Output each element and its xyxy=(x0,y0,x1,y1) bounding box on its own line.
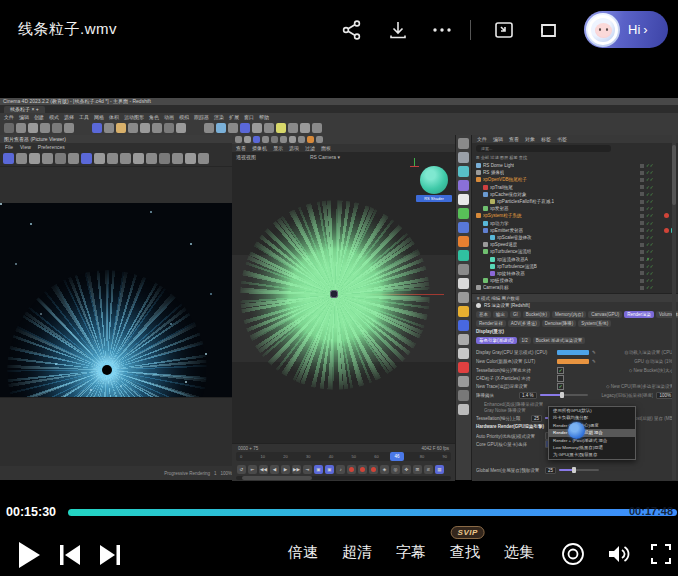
visibility-checks[interactable]: ✓✓ xyxy=(646,264,662,269)
tool-icon[interactable] xyxy=(458,236,469,247)
material-preview-sphere[interactable] xyxy=(420,166,448,194)
dropdown-option[interactable]: 使用所有GPU(默认) xyxy=(549,407,635,414)
object-tree-row[interactable]: RS Dome Light ✓✓ xyxy=(474,162,676,169)
player-menu-item[interactable]: 选集 xyxy=(504,543,534,562)
object-tree-row[interactable]: xpSpeed速度 ✓✓ xyxy=(474,241,676,248)
tool-icon[interactable] xyxy=(458,376,469,387)
right-panel-scrollbar-thumb[interactable] xyxy=(672,145,676,205)
color-swatch-blue[interactable] xyxy=(557,350,589,355)
tool-icon[interactable] xyxy=(458,208,469,219)
transport-button[interactable]: ▶ xyxy=(281,465,290,474)
transport-button[interactable]: ▦ xyxy=(435,465,444,474)
tool-icon[interactable] xyxy=(458,138,469,149)
limit-value[interactable]: 25 xyxy=(531,415,542,422)
tool-icon[interactable] xyxy=(458,390,469,401)
checkbox-checked[interactable]: ✓ xyxy=(557,367,564,374)
player-menu-item[interactable]: SVIP 查找 xyxy=(450,543,480,562)
checkbox-checked[interactable]: ✓ xyxy=(557,383,564,390)
object-tree-row[interactable]: xpOpenVDB拖尾粒子 ✓✓ xyxy=(474,176,676,183)
download-icon[interactable] xyxy=(386,18,410,42)
tool-icon[interactable] xyxy=(458,404,469,415)
visibility-checks[interactable]: ✓✓ xyxy=(646,163,662,168)
dropdown-option[interactable]: 为 GPU(显卡)预留显存 xyxy=(549,451,635,458)
object-tree-row[interactable]: xpCache缓存对象 ✓✓ xyxy=(474,191,676,198)
object-tree-row[interactable]: xpTrail拖尾 ✓✓ xyxy=(474,184,676,191)
record-icon[interactable] xyxy=(560,541,586,567)
tool-icon[interactable] xyxy=(458,152,469,163)
transport-button[interactable]: ◀◀ xyxy=(259,465,268,474)
tool-icon[interactable] xyxy=(458,362,469,373)
attribute-tab[interactable]: Render采样 xyxy=(476,320,506,327)
tool-icon[interactable] xyxy=(458,166,469,177)
tool-icon[interactable] xyxy=(458,180,469,191)
player-menu-item[interactable]: 字幕 xyxy=(396,543,426,562)
display-mode-chip[interactable]: 着色引擎(渐进式) xyxy=(476,337,517,344)
dropdown-option[interactable]: 跨卡负载均衡分配 xyxy=(549,414,635,421)
player-menu-item[interactable]: 倍速 xyxy=(288,543,318,562)
visibility-checks[interactable]: ✓✓ xyxy=(646,278,662,283)
more-options-icon[interactable] xyxy=(430,18,454,42)
previous-button[interactable] xyxy=(58,544,82,566)
object-tree-row[interactable]: xp动力学 ✓✓ xyxy=(474,220,676,227)
share-icon[interactable] xyxy=(340,18,364,42)
object-tree-row[interactable]: xpScale缩放修改 ✓✓ xyxy=(474,234,676,241)
mini-player-icon[interactable] xyxy=(492,18,516,42)
object-tree-row[interactable]: xp链接修改 ✓✓ xyxy=(474,277,676,284)
visibility-checks[interactable]: ✓✓ xyxy=(646,170,662,175)
visibility-checks[interactable]: ✓✓ xyxy=(646,206,662,211)
transport-button[interactable]: ✥ xyxy=(402,465,411,474)
transport-button[interactable]: ▣ xyxy=(314,465,323,474)
transport-button[interactable]: ♪ xyxy=(336,465,345,474)
viewport-canvas[interactable]: 透视视图 RS Camera ▾ RS Shader xyxy=(232,152,455,443)
transport-button[interactable]: ◎ xyxy=(391,465,400,474)
display-mode-chip[interactable]: 1/2 xyxy=(519,337,531,344)
theater-mode-icon[interactable] xyxy=(536,18,560,42)
checkbox-unchecked[interactable] xyxy=(557,375,564,382)
account-button[interactable]: Hi› xyxy=(584,11,668,48)
dropdown-option[interactable]: Low Memory(低显存)回退 xyxy=(549,444,635,451)
transport-button[interactable]: ⊞ xyxy=(413,465,422,474)
object-tree-row[interactable]: xpEmitter发射器 ✓✓ xyxy=(474,227,676,234)
visibility-checks[interactable]: ✓✓ xyxy=(646,185,662,190)
attribute-tab[interactable]: Bucket(块) xyxy=(523,311,550,318)
transport-button[interactable]: ≋ xyxy=(424,465,433,474)
tool-icon[interactable] xyxy=(458,348,469,359)
tool-icon[interactable] xyxy=(458,320,469,331)
attribute-tab[interactable]: GI xyxy=(510,311,521,318)
dropdown-option[interactable]: Render Core(核心)调度 xyxy=(549,422,635,429)
next-button[interactable] xyxy=(98,544,122,566)
visibility-checks[interactable]: ✓✓ xyxy=(646,177,662,182)
attribute-tab[interactable]: Canvas(GPU) xyxy=(588,311,622,318)
visibility-checks[interactable]: ✓✓ xyxy=(646,199,662,204)
timeline-playhead[interactable]: 46 xyxy=(390,452,404,461)
visibility-checks[interactable]: ✓✓ xyxy=(646,228,662,233)
dropdown-option[interactable]: Render + (Post)渐进式 混合 xyxy=(549,437,635,444)
color-swatch-orange[interactable] xyxy=(557,359,589,364)
tool-icon[interactable] xyxy=(458,222,469,233)
timeline-scrollbar-thumb[interactable] xyxy=(242,476,312,480)
visibility-checks[interactable]: ✓✓ xyxy=(646,235,662,240)
transport-button[interactable]: ◀ xyxy=(270,465,279,474)
attribute-tab[interactable]: Memory(内存) xyxy=(552,311,586,318)
object-tree-row[interactable]: xpParticlesFalloff粒子衰减.1 ✓✓ xyxy=(474,198,676,205)
tool-icon[interactable] xyxy=(458,306,469,317)
memory-slider[interactable] xyxy=(559,469,599,471)
visibility-checks[interactable]: ✗✓ xyxy=(646,257,662,262)
object-tree-row[interactable]: xp发射器 ✓✓ xyxy=(474,205,676,212)
attribute-tab[interactable]: 输出 xyxy=(493,311,508,318)
fullscreen-icon[interactable] xyxy=(648,541,674,567)
transport-button[interactable]: ↺ xyxy=(237,465,246,474)
visibility-checks[interactable]: ✓✓ xyxy=(646,271,662,276)
player-menu-item[interactable]: 超清 xyxy=(342,543,372,562)
tool-icon[interactable] xyxy=(458,250,469,261)
volume-icon[interactable] xyxy=(605,541,631,567)
slider-value[interactable]: 1.4 % xyxy=(519,392,537,399)
tool-icon[interactable] xyxy=(458,292,469,303)
tool-icon[interactable] xyxy=(458,194,469,205)
attribute-tab[interactable]: 基本 xyxy=(476,311,491,318)
transport-button[interactable] xyxy=(347,465,356,474)
edit-pen-icon[interactable]: ✎ xyxy=(592,350,596,355)
threshold-slider[interactable] xyxy=(540,394,588,396)
viewport-camera-label[interactable]: RS Camera ▾ xyxy=(310,154,340,160)
object-tree-row[interactable]: xpTurbulence湍流组 ✓✓ xyxy=(474,248,676,255)
